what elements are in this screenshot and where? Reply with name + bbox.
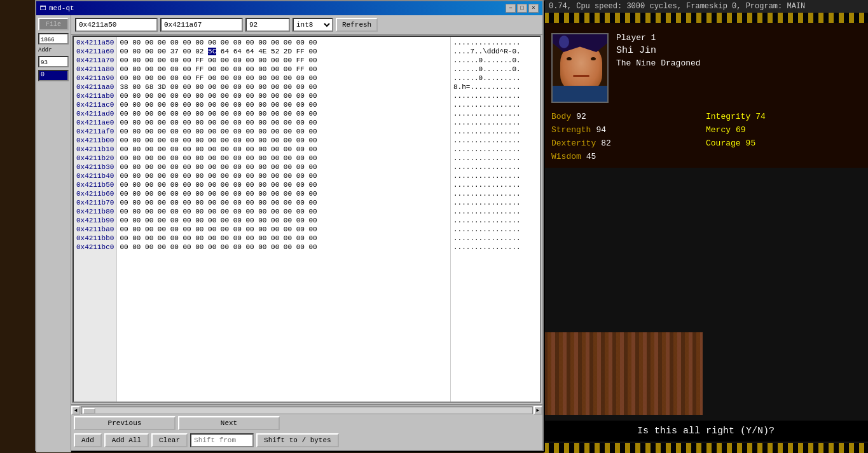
panel-tab-file[interactable]: File <box>38 18 69 30</box>
add-all-button[interactable]: Add All <box>104 433 149 447</box>
scrollbar-area: ◀ ▶ <box>71 405 542 415</box>
close-button[interactable]: × <box>528 4 539 13</box>
pixel-crowd <box>544 332 703 415</box>
panel-field-1[interactable]: 1866 <box>38 33 69 44</box>
char-name: Shi Jin <box>616 45 701 56</box>
scrollbar-right-arrow[interactable]: ▶ <box>534 406 542 415</box>
scrollbar-thumb[interactable] <box>83 408 95 414</box>
num-input[interactable] <box>245 18 290 32</box>
stat-mercy-name: Mercy <box>706 125 731 135</box>
shift-from-input[interactable] <box>190 433 254 447</box>
refresh-button[interactable]: Refresh <box>336 18 378 32</box>
stat-integrity-val: 74 <box>755 112 766 121</box>
stat-courage-name: Courage <box>706 139 741 148</box>
addr2-input[interactable] <box>160 18 243 32</box>
clear-button[interactable]: Clear <box>151 433 188 447</box>
game-content: Player 1 Shi Jin The Nine Dragoned Body … <box>544 13 868 453</box>
panel-field-2[interactable]: 93 <box>38 56 69 67</box>
minimize-button[interactable]: − <box>506 4 516 13</box>
ascii-column: ....................7..\ddd^R-0.......0.… <box>451 37 540 402</box>
stat-body-name: Body <box>551 112 571 121</box>
toolbar: int8 int16 int32 uint8 uint16 uint32 flo… <box>71 15 542 35</box>
pixel-border-top <box>544 13 868 23</box>
game-top-bar: 0.74, Cpu speed: 3000 cycles, Frameskip … <box>544 0 868 13</box>
bottom-controls: ◀ ▶ Previous Next Add Add All Clear Shif… <box>71 404 542 450</box>
scrollbar-left-arrow[interactable]: ◀ <box>71 406 80 415</box>
scrollbar-track[interactable] <box>81 407 533 414</box>
stat-strength-name: Strength <box>551 125 591 135</box>
addr-column: 0x4211a500x4211a600x4211a700x4211a800x42… <box>74 37 117 402</box>
game-screen: 0.74, Cpu speed: 3000 cycles, Frameskip … <box>544 0 868 453</box>
stat-wisdom-val: 45 <box>586 152 596 161</box>
stat-strength-val: 94 <box>596 125 606 135</box>
stat-mercy-val: 69 <box>736 125 746 135</box>
panel-active-field[interactable]: 0 <box>38 70 69 81</box>
action-row: Add Add All Clear Shift to / bytes <box>71 431 542 449</box>
addr1-input[interactable] <box>75 18 158 32</box>
window-titlebar: 🗔 med-qt − □ × <box>36 1 542 15</box>
player-label: Player 1 <box>616 33 701 43</box>
add-button[interactable]: Add <box>74 433 102 447</box>
stat-body-val: 92 <box>576 112 586 121</box>
hex-editor: 0x4211a500x4211a600x4211a700x4211a800x42… <box>72 36 541 403</box>
stat-courage-val: 95 <box>746 139 756 148</box>
window-title: med-qt <box>49 4 74 12</box>
hex-column: 00 00 00 00 00 00 00 00 00 00 00 00 00 0… <box>117 37 451 402</box>
main-window: 🗔 med-qt − □ × File 1866 Addr 93 0 int8 … <box>35 0 544 451</box>
game-status-text: 0.74, Cpu speed: 3000 cycles, Frameskip … <box>549 2 805 11</box>
previous-button[interactable]: Previous <box>74 416 176 430</box>
panel-label-addr: Addr <box>38 47 69 53</box>
type-select[interactable]: int8 int16 int32 uint8 uint16 uint32 flo… <box>293 18 333 32</box>
shift-to-button[interactable]: Shift to / bytes <box>256 433 339 447</box>
stat-dexterity-val: 82 <box>601 139 611 148</box>
stat-dexterity-name: Dexterity <box>551 139 596 148</box>
prev-next-row: Previous Next <box>71 415 542 431</box>
window-controls: − □ × <box>506 4 539 13</box>
game-message: Is this all right (Y/N)? <box>544 421 868 442</box>
pixel-border-bottom <box>544 443 868 453</box>
left-panel: File 1866 Addr 93 0 <box>36 15 71 452</box>
char-title: The Nine Dragoned <box>616 58 701 68</box>
stat-integrity-name: Integrity <box>706 112 750 121</box>
maximize-button[interactable]: □ <box>517 4 527 13</box>
stat-wisdom-name: Wisdom <box>551 152 581 161</box>
next-button[interactable]: Next <box>178 416 280 430</box>
